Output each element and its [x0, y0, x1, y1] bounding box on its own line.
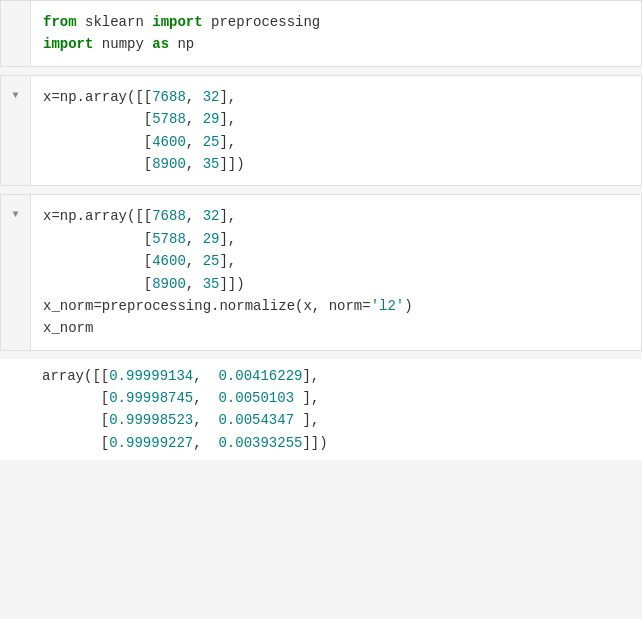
cell-1-gutter	[1, 1, 31, 66]
cell-2-gutter: ▼	[1, 76, 31, 186]
cell-1: from sklearn import preprocessing import…	[0, 0, 642, 67]
cell-3-output-gutter	[0, 359, 30, 461]
cell-2-code: x=np.array([[7688, 32], [5788, 29], [460…	[43, 86, 629, 176]
cell-1-code: from sklearn import preprocessing import…	[43, 11, 629, 56]
cell-3-code: x=np.array([[7688, 32], [5788, 29], [460…	[43, 205, 629, 339]
collapse-icon[interactable]: ▼	[12, 88, 18, 104]
cell-3-content: x=np.array([[7688, 32], [5788, 29], [460…	[31, 195, 641, 349]
cell-3: ▼ x=np.array([[7688, 32], [5788, 29], [4…	[0, 194, 642, 350]
cell-3-output-content: array([[0.99999134, 0.00416229], [0.9999…	[30, 359, 642, 461]
cell-2: ▼ x=np.array([[7688, 32], [5788, 29], [4…	[0, 75, 642, 187]
cell-3-output: array([[0.99999134, 0.00416229], [0.9999…	[0, 359, 642, 461]
cell-2-content: x=np.array([[7688, 32], [5788, 29], [460…	[31, 76, 641, 186]
notebook: from sklearn import preprocessing import…	[0, 0, 642, 468]
collapse-icon-3[interactable]: ▼	[12, 207, 18, 223]
cell-3-output-text: array([[0.99999134, 0.00416229], [0.9999…	[42, 365, 630, 455]
cell-3-gutter: ▼	[1, 195, 31, 349]
cell-1-content: from sklearn import preprocessing import…	[31, 1, 641, 66]
